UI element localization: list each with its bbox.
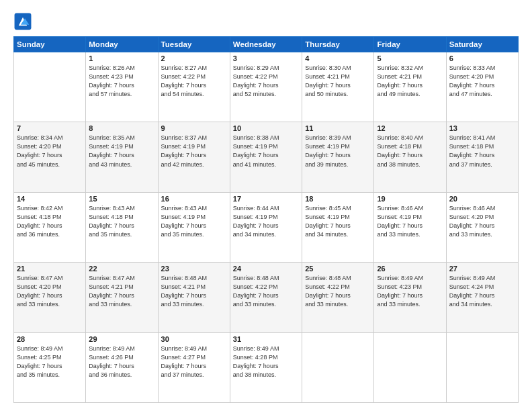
day-info: Sunrise: 8:48 AMSunset: 4:22 PMDaylight:… (305, 274, 371, 309)
calendar-cell: 26Sunrise: 8:49 AMSunset: 4:23 PMDayligh… (374, 263, 446, 332)
day-number: 9 (161, 124, 227, 132)
day-header-tuesday: Tuesday (158, 37, 230, 52)
day-number: 7 (17, 124, 83, 132)
day-number: 23 (161, 265, 227, 273)
day-info: Sunrise: 8:29 AMSunset: 4:22 PMDaylight:… (233, 64, 299, 99)
day-number: 19 (377, 195, 443, 203)
calendar-cell: 17Sunrise: 8:44 AMSunset: 4:19 PMDayligh… (230, 192, 302, 262)
calendar-cell: 12Sunrise: 8:40 AMSunset: 4:18 PMDayligh… (374, 122, 446, 192)
day-number: 3 (233, 54, 299, 62)
day-number: 2 (161, 54, 227, 62)
day-number: 26 (377, 265, 443, 273)
week-row-4: 21Sunrise: 8:47 AMSunset: 4:20 PMDayligh… (14, 263, 519, 332)
calendar-cell: 10Sunrise: 8:38 AMSunset: 4:19 PMDayligh… (230, 122, 302, 192)
calendar-cell: 18Sunrise: 8:45 AMSunset: 4:19 PMDayligh… (302, 192, 374, 262)
calendar-table: SundayMondayTuesdayWednesdayThursdayFrid… (13, 36, 519, 403)
day-number: 11 (305, 124, 371, 132)
day-info: Sunrise: 8:32 AMSunset: 4:21 PMDaylight:… (377, 64, 443, 99)
page: SundayMondayTuesdayWednesdayThursdayFrid… (0, 0, 532, 411)
day-info: Sunrise: 8:45 AMSunset: 4:19 PMDaylight:… (305, 204, 371, 239)
day-info: Sunrise: 8:46 AMSunset: 4:19 PMDaylight:… (377, 204, 443, 239)
calendar-header-row: SundayMondayTuesdayWednesdayThursdayFrid… (14, 37, 519, 52)
day-info: Sunrise: 8:40 AMSunset: 4:18 PMDaylight:… (377, 134, 443, 169)
day-info: Sunrise: 8:47 AMSunset: 4:20 PMDaylight:… (17, 274, 83, 309)
header (13, 12, 519, 31)
calendar-cell: 31Sunrise: 8:49 AMSunset: 4:28 PMDayligh… (230, 332, 302, 402)
calendar-cell: 30Sunrise: 8:49 AMSunset: 4:27 PMDayligh… (158, 332, 230, 402)
day-header-wednesday: Wednesday (230, 37, 302, 52)
calendar-cell (374, 332, 446, 402)
day-info: Sunrise: 8:49 AMSunset: 4:23 PMDaylight:… (377, 274, 443, 309)
calendar-cell: 9Sunrise: 8:37 AMSunset: 4:19 PMDaylight… (158, 122, 230, 192)
week-row-5: 28Sunrise: 8:49 AMSunset: 4:25 PMDayligh… (14, 332, 519, 402)
calendar-cell: 15Sunrise: 8:43 AMSunset: 4:18 PMDayligh… (86, 192, 158, 262)
day-number: 1 (89, 54, 154, 62)
calendar-cell: 19Sunrise: 8:46 AMSunset: 4:19 PMDayligh… (374, 192, 446, 262)
day-number: 27 (449, 265, 515, 273)
day-info: Sunrise: 8:49 AMSunset: 4:28 PMDaylight:… (233, 345, 299, 379)
calendar-cell: 25Sunrise: 8:48 AMSunset: 4:22 PMDayligh… (302, 263, 374, 332)
calendar-cell: 28Sunrise: 8:49 AMSunset: 4:25 PMDayligh… (14, 332, 86, 402)
calendar-cell: 11Sunrise: 8:39 AMSunset: 4:19 PMDayligh… (302, 122, 374, 192)
day-info: Sunrise: 8:49 AMSunset: 4:24 PMDaylight:… (449, 274, 515, 309)
logo-icon (13, 12, 32, 31)
day-number: 20 (449, 195, 515, 203)
day-number: 13 (449, 124, 515, 132)
logo (13, 12, 35, 31)
day-info: Sunrise: 8:48 AMSunset: 4:22 PMDaylight:… (233, 274, 299, 309)
day-number: 16 (161, 195, 227, 203)
day-number: 31 (233, 335, 299, 343)
day-header-monday: Monday (86, 37, 158, 52)
day-number: 22 (89, 265, 154, 273)
week-row-2: 7Sunrise: 8:34 AMSunset: 4:20 PMDaylight… (14, 122, 519, 192)
day-number: 10 (233, 124, 299, 132)
day-info: Sunrise: 8:38 AMSunset: 4:19 PMDaylight:… (233, 134, 299, 169)
day-info: Sunrise: 8:44 AMSunset: 4:19 PMDaylight:… (233, 204, 299, 239)
calendar-cell: 20Sunrise: 8:46 AMSunset: 4:20 PMDayligh… (446, 192, 518, 262)
day-info: Sunrise: 8:49 AMSunset: 4:25 PMDaylight:… (17, 345, 83, 379)
day-info: Sunrise: 8:42 AMSunset: 4:18 PMDaylight:… (17, 204, 83, 239)
day-info: Sunrise: 8:26 AMSunset: 4:23 PMDaylight:… (89, 64, 154, 99)
calendar-cell (302, 332, 374, 402)
calendar-cell: 21Sunrise: 8:47 AMSunset: 4:20 PMDayligh… (14, 263, 86, 332)
day-info: Sunrise: 8:34 AMSunset: 4:20 PMDaylight:… (17, 134, 83, 169)
calendar-cell: 16Sunrise: 8:43 AMSunset: 4:19 PMDayligh… (158, 192, 230, 262)
day-number: 12 (377, 124, 443, 132)
day-number: 5 (377, 54, 443, 62)
calendar-cell: 2Sunrise: 8:27 AMSunset: 4:22 PMDaylight… (158, 52, 230, 122)
calendar-cell: 14Sunrise: 8:42 AMSunset: 4:18 PMDayligh… (14, 192, 86, 262)
day-number: 30 (161, 335, 227, 343)
day-header-thursday: Thursday (302, 37, 374, 52)
calendar-cell: 23Sunrise: 8:48 AMSunset: 4:21 PMDayligh… (158, 263, 230, 332)
day-number: 18 (305, 195, 371, 203)
calendar-cell (446, 332, 518, 402)
calendar-cell: 22Sunrise: 8:47 AMSunset: 4:21 PMDayligh… (86, 263, 158, 332)
day-number: 21 (17, 265, 83, 273)
calendar-cell: 8Sunrise: 8:35 AMSunset: 4:19 PMDaylight… (86, 122, 158, 192)
day-info: Sunrise: 8:49 AMSunset: 4:26 PMDaylight:… (89, 345, 154, 379)
calendar-cell (14, 52, 86, 122)
day-info: Sunrise: 8:43 AMSunset: 4:18 PMDaylight:… (89, 204, 154, 239)
day-info: Sunrise: 8:41 AMSunset: 4:18 PMDaylight:… (449, 134, 515, 169)
day-number: 25 (305, 265, 371, 273)
calendar-cell: 13Sunrise: 8:41 AMSunset: 4:18 PMDayligh… (446, 122, 518, 192)
calendar-cell: 27Sunrise: 8:49 AMSunset: 4:24 PMDayligh… (446, 263, 518, 332)
day-header-sunday: Sunday (14, 37, 86, 52)
day-info: Sunrise: 8:37 AMSunset: 4:19 PMDaylight:… (161, 134, 227, 169)
calendar-cell: 3Sunrise: 8:29 AMSunset: 4:22 PMDaylight… (230, 52, 302, 122)
day-info: Sunrise: 8:43 AMSunset: 4:19 PMDaylight:… (161, 204, 227, 239)
day-info: Sunrise: 8:33 AMSunset: 4:20 PMDaylight:… (449, 64, 515, 99)
day-number: 14 (17, 195, 83, 203)
calendar-cell: 24Sunrise: 8:48 AMSunset: 4:22 PMDayligh… (230, 263, 302, 332)
calendar-cell: 7Sunrise: 8:34 AMSunset: 4:20 PMDaylight… (14, 122, 86, 192)
day-number: 17 (233, 195, 299, 203)
day-info: Sunrise: 8:46 AMSunset: 4:20 PMDaylight:… (449, 204, 515, 239)
day-header-saturday: Saturday (446, 37, 518, 52)
calendar-cell: 6Sunrise: 8:33 AMSunset: 4:20 PMDaylight… (446, 52, 518, 122)
day-info: Sunrise: 8:47 AMSunset: 4:21 PMDaylight:… (89, 274, 154, 309)
day-info: Sunrise: 8:48 AMSunset: 4:21 PMDaylight:… (161, 274, 227, 309)
day-header-friday: Friday (374, 37, 446, 52)
day-number: 15 (89, 195, 154, 203)
calendar-cell: 5Sunrise: 8:32 AMSunset: 4:21 PMDaylight… (374, 52, 446, 122)
week-row-3: 14Sunrise: 8:42 AMSunset: 4:18 PMDayligh… (14, 192, 519, 262)
